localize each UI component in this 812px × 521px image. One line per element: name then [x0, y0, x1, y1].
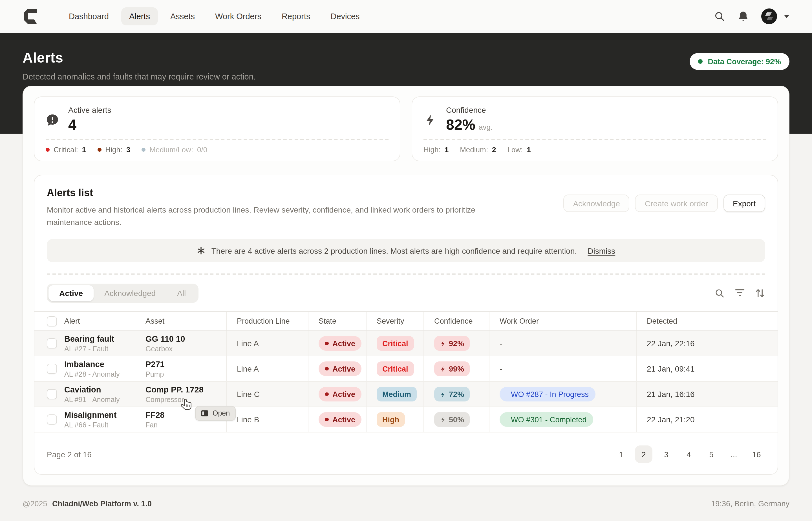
table-header-row: Alert Asset Production Line State Severi… [35, 311, 777, 331]
table-row[interactable]: Misalignment AL #66 - Fault FF28 Fan Lin… [35, 407, 777, 432]
page-16[interactable]: 16 [748, 446, 765, 463]
search-icon[interactable] [715, 288, 725, 298]
asset-name: FF28 [145, 410, 165, 420]
alerts-list-description: Monitor active and historical alerts acr… [47, 204, 509, 228]
asset-type: Pump [145, 369, 165, 379]
high-dot-icon [97, 148, 101, 152]
alert-id: AL #91 - Anomaly [64, 395, 119, 404]
severity-badge: Critical [377, 361, 414, 376]
filter-icon[interactable] [735, 288, 745, 298]
detected-time: 22 Jan, 21:20 [647, 415, 695, 424]
divider [47, 273, 765, 275]
divider [46, 139, 388, 140]
asset-type: Compressor [145, 395, 204, 404]
avatar [761, 8, 777, 24]
user-menu[interactable] [761, 8, 789, 24]
dismiss-link[interactable]: Dismiss [588, 246, 615, 255]
work-order-empty: - [500, 364, 502, 373]
confidence-badge: 99% [434, 361, 470, 376]
breakdown-critical: Critical: 1 [46, 145, 86, 154]
work-order-badge[interactable]: WO #287 - In Progress [500, 387, 595, 402]
asset-name: P271 [145, 359, 165, 369]
tab-active[interactable]: Active [48, 285, 94, 301]
page-1[interactable]: 1 [612, 446, 630, 463]
avg-suffix: avg. [479, 123, 493, 131]
summary-banner: There are 4 active alerts across 2 produ… [47, 239, 765, 262]
search-icon[interactable] [714, 11, 725, 22]
nav-item-assets[interactable]: Assets [162, 7, 203, 25]
col-severity: Severity [366, 312, 424, 331]
brand-logo-icon[interactable] [23, 8, 37, 24]
confidence-badge: 50% [434, 412, 470, 427]
breakdown-high: High: 3 [97, 145, 130, 154]
data-coverage-badge: Data Coverage: 92% [690, 53, 789, 70]
work-order-badge[interactable]: WO #301 - Completed [500, 412, 593, 427]
detected-time: 21 Jan, 09:41 [647, 364, 695, 373]
production-line: Line C [237, 390, 260, 399]
state-dot-icon [325, 392, 329, 396]
alert-name: Caviation [64, 384, 119, 394]
critical-dot-icon [46, 148, 50, 152]
alerts-breakdown: Critical: 1 High: 3 Medium/Low: 0/0 [46, 145, 388, 154]
nav-item-alerts[interactable]: Alerts [121, 7, 158, 25]
nav-item-dashboard[interactable]: Dashboard [61, 7, 117, 25]
stat-label: Active alerts [68, 106, 111, 114]
page-ellipsis[interactable]: ... [725, 446, 743, 463]
page-2-current[interactable]: 2 [635, 446, 652, 463]
state-dot-icon [325, 367, 329, 371]
coverage-label: Data Coverage: 92% [708, 57, 781, 66]
tabs-row: Active Acknowledged All [47, 284, 765, 303]
top-nav: Dashboard Alerts Assets Work Orders Repo… [0, 0, 812, 33]
col-state: State [309, 312, 366, 331]
active-alerts-card: Active alerts 4 Critical: 1 H [34, 96, 400, 161]
coverage-dot-icon [698, 59, 703, 64]
tab-all[interactable]: All [166, 285, 197, 301]
sort-icon[interactable] [755, 288, 765, 298]
page-5[interactable]: 5 [703, 446, 720, 463]
confidence-breakdown: High: 1 Medium: 2 Low: 1 [424, 145, 766, 154]
page-4[interactable]: 4 [680, 446, 698, 463]
table-row[interactable]: Caviation AL #91 - Anomaly Comp PP. 1728… [35, 382, 777, 407]
row-checkbox[interactable] [47, 338, 57, 348]
create-work-order-button[interactable]: Create work order [635, 195, 718, 212]
row-checkbox[interactable] [47, 414, 57, 425]
production-line: Line B [237, 415, 259, 424]
tab-acknowledged[interactable]: Acknowledged [94, 285, 166, 301]
alerts-list-card: Alerts list Monitor active and historica… [34, 175, 778, 475]
footer: @2025 Chladni/Web Platform v. 1.0 19:36,… [0, 500, 812, 508]
page-3[interactable]: 3 [657, 446, 675, 463]
severity-badge: High [377, 412, 405, 427]
divider [424, 139, 766, 140]
main-content: Active alerts 4 Critical: 1 H [23, 86, 789, 486]
asset-name: Comp PP. 1728 [145, 384, 204, 394]
row-checkbox[interactable] [47, 364, 57, 374]
table-row[interactable]: Imbalance AL #28 - Anomaly P271 Pump Lin… [35, 356, 777, 382]
alert-id: AL #28 - Anomaly [64, 369, 119, 379]
export-button[interactable]: Export [723, 195, 765, 212]
detected-time: 22 Jan, 22:16 [647, 339, 695, 348]
col-production-line: Production Line [227, 312, 309, 331]
bell-icon[interactable] [738, 11, 749, 22]
nav-item-work-orders[interactable]: Work Orders [207, 7, 269, 25]
banner-text: There are 4 active alerts across 2 produ… [211, 246, 577, 255]
page-subtitle: Detected anomalies and faults that may r… [23, 72, 256, 81]
nav-item-reports[interactable]: Reports [274, 7, 318, 25]
nav-item-devices[interactable]: Devices [322, 7, 367, 25]
asset-type: Fan [145, 420, 165, 430]
confidence-badge: 92% [434, 336, 470, 351]
alert-name: Bearing fault [64, 334, 114, 344]
col-confidence: Confidence [424, 312, 490, 331]
nav-right-cluster [714, 8, 789, 24]
stat-value: 82%avg. [446, 116, 493, 134]
alert-id: AL #27 - Fault [64, 344, 114, 354]
row-checkbox[interactable] [47, 389, 57, 399]
acknowledge-button[interactable]: Acknowledge [563, 195, 630, 212]
lightning-icon [440, 366, 446, 372]
state-badge: Active [319, 387, 361, 402]
asset-name: GG 110 10 [145, 334, 185, 344]
alerts-list-title: Alerts list [47, 187, 509, 199]
stat-label: Confidence [446, 106, 493, 114]
select-all-checkbox[interactable] [47, 316, 57, 326]
alert-id: AL #66 - Fault [64, 420, 116, 430]
table-row[interactable]: Bearing fault AL #27 - Fault GG 110 10 G… [35, 331, 777, 356]
